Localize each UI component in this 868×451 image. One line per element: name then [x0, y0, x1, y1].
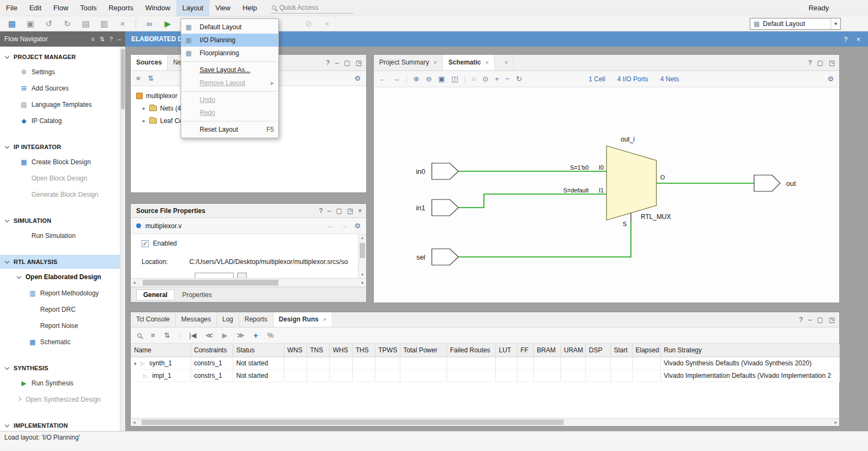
- scrollbar-thumb[interactable]: [360, 243, 365, 258]
- nav-header-ip-integrator[interactable]: IP INTEGRATOR: [0, 140, 120, 154]
- menu-item-save-layout-as[interactable]: Save Layout As...: [181, 63, 278, 76]
- gear-icon[interactable]: ⚙: [354, 74, 361, 82]
- redo-icon[interactable]: ↻: [62, 18, 73, 29]
- find-icon[interactable]: ∞: [144, 18, 155, 29]
- nav-item-add-sources[interactable]: ⊞ Add Sources: [0, 80, 120, 96]
- menu-item-reset-layout[interactable]: Reset Layout F5: [181, 123, 278, 136]
- column-header[interactable]: Start: [610, 344, 632, 357]
- scroll-left-icon[interactable]: ◂: [133, 280, 136, 285]
- column-header[interactable]: Total Power: [400, 344, 446, 357]
- menu-reports[interactable]: Reports: [103, 0, 139, 16]
- close-icon[interactable]: ×: [486, 55, 489, 70]
- save-icon[interactable]: ▣: [25, 18, 36, 29]
- float-icon[interactable]: ◳: [829, 59, 835, 67]
- collapse-cone-icon[interactable]: −: [506, 75, 510, 83]
- expand-all-icon[interactable]: ⇅: [164, 331, 170, 339]
- float-icon[interactable]: ◳: [347, 207, 353, 215]
- runs-horizontal-scrollbar[interactable]: ◂ ▸: [131, 418, 839, 426]
- close-icon[interactable]: ×: [323, 312, 326, 327]
- tab-tcl-console[interactable]: Tcl Console: [131, 312, 176, 327]
- scroll-right-icon[interactable]: ▸: [834, 420, 837, 425]
- menu-layout[interactable]: Layout: [176, 0, 209, 16]
- column-header[interactable]: LUT: [495, 344, 517, 357]
- table-row-synth[interactable]: ▾ ▷ synth_1 constrs_1 Not started Vivado…: [131, 357, 839, 369]
- nav-item-report-methodology[interactable]: ▥ Report Methodology: [0, 285, 120, 301]
- regenerate-icon[interactable]: ↻: [516, 75, 522, 83]
- close-icon[interactable]: ×: [358, 207, 362, 215]
- scroll-right-icon[interactable]: ▸: [361, 280, 364, 285]
- nav-item-ip-catalog[interactable]: ◆ IP Catalog: [0, 113, 120, 129]
- column-header[interactable]: DSP: [585, 344, 610, 357]
- float-icon[interactable]: ◳: [829, 316, 835, 324]
- quick-access-search[interactable]: Quick Access: [271, 3, 353, 14]
- nav-item-report-drc[interactable]: Report DRC: [0, 301, 120, 318]
- menu-item-io-planning[interactable]: ▦ I/O Planning: [181, 34, 278, 47]
- tab-sources[interactable]: Sources: [131, 55, 168, 70]
- search-icon[interactable]: [137, 333, 142, 338]
- properties-vertical-scrollbar[interactable]: ▴ ▾: [358, 234, 366, 278]
- tab-properties[interactable]: Properties: [176, 290, 219, 300]
- tab-schematic[interactable]: Schematic ×: [443, 55, 494, 70]
- minimize-icon[interactable]: ‒: [328, 207, 331, 215]
- collapse-all-icon[interactable]: ≡: [91, 36, 94, 43]
- nav-item-schematic[interactable]: ▦ Schematic: [0, 334, 120, 350]
- column-header[interactable]: THS: [352, 344, 375, 357]
- port-in0-shape[interactable]: [432, 163, 458, 179]
- tab-design-runs[interactable]: Design Runs ×: [273, 312, 333, 327]
- copy-icon[interactable]: ▤: [80, 18, 91, 29]
- zoom-fit-icon[interactable]: ▣: [438, 75, 445, 83]
- paste-icon[interactable]: ▥: [99, 18, 110, 29]
- rewind-icon[interactable]: ≪: [206, 331, 213, 339]
- minimize-icon[interactable]: ‒: [808, 316, 812, 324]
- help-icon[interactable]: ?: [808, 59, 812, 67]
- port-sel-shape[interactable]: [432, 249, 458, 265]
- table-row-impl[interactable]: ▷ impl_1 constrs_1 Not started Vivado Im…: [131, 369, 839, 382]
- gear-icon[interactable]: ⚙: [827, 75, 834, 83]
- scroll-left-icon[interactable]: ◂: [133, 420, 136, 425]
- port-out-shape[interactable]: [754, 175, 780, 191]
- menu-file[interactable]: File: [0, 0, 23, 16]
- help-icon[interactable]: ?: [326, 59, 330, 67]
- forward-icon[interactable]: →: [393, 75, 400, 83]
- undo-icon[interactable]: ↺: [43, 18, 54, 29]
- column-header[interactable]: Status: [233, 344, 284, 357]
- help-icon[interactable]: ?: [319, 207, 323, 215]
- column-header[interactable]: TNS: [307, 344, 329, 357]
- zoom-in-icon[interactable]: ⊕: [413, 75, 419, 83]
- column-header[interactable]: URAM: [560, 344, 585, 357]
- cropped-field[interactable]: [195, 273, 234, 278]
- nav-item-language-templates[interactable]: ▤ Language Templates: [0, 96, 120, 113]
- column-header[interactable]: Run Strategy: [660, 344, 839, 357]
- close-icon[interactable]: ×: [505, 55, 508, 70]
- column-header[interactable]: Name: [131, 344, 190, 357]
- cropped-browse-button[interactable]: [237, 273, 247, 278]
- run-icon[interactable]: ▶: [222, 331, 227, 339]
- nav-header-simulation[interactable]: SIMULATION: [0, 214, 120, 228]
- tab-project-summary[interactable]: Project Summary ×: [374, 55, 443, 70]
- nav-item-run-synthesis[interactable]: ▶ Run Synthesis: [0, 375, 120, 391]
- menu-view[interactable]: View: [209, 0, 237, 16]
- menu-edit[interactable]: Edit: [23, 0, 47, 16]
- float-icon[interactable]: ◳: [356, 59, 362, 67]
- nav-item-report-noise[interactable]: Report Noise: [0, 318, 120, 334]
- column-header[interactable]: FF: [517, 344, 533, 357]
- menu-window[interactable]: Window: [139, 0, 176, 16]
- rtl-mux-shape[interactable]: [607, 146, 656, 220]
- nav-item-open-elaborated-design[interactable]: Open Elaborated Design: [0, 269, 120, 285]
- nets-count-link[interactable]: 4 Nets: [660, 75, 679, 83]
- target-icon[interactable]: ⊙: [482, 75, 488, 83]
- net-sel-wire[interactable]: [458, 222, 631, 257]
- column-header[interactable]: Elapsed: [632, 344, 660, 357]
- autofit-icon[interactable]: ○: [471, 75, 476, 83]
- percent-icon[interactable]: %: [267, 331, 274, 339]
- column-header[interactable]: Failed Routes: [446, 344, 495, 357]
- nav-item-create-block-design[interactable]: ▦ Create Block Design: [0, 154, 120, 170]
- menu-help[interactable]: Help: [237, 0, 263, 16]
- column-header[interactable]: Constraints: [190, 344, 233, 357]
- help-icon[interactable]: ?: [799, 316, 803, 324]
- run-icon[interactable]: ▶: [162, 18, 173, 29]
- back-icon[interactable]: ←: [379, 75, 386, 83]
- maximize-icon[interactable]: ▢: [344, 59, 350, 67]
- nav-item-run-simulation[interactable]: Run Simulation: [0, 228, 120, 244]
- scrollbar-thumb[interactable]: [143, 280, 278, 286]
